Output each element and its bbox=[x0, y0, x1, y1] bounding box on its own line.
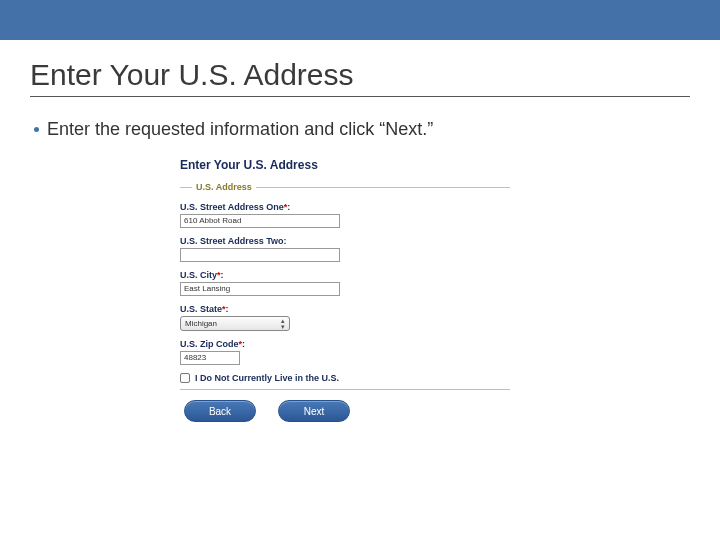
slide-title: Enter Your U.S. Address bbox=[30, 58, 690, 97]
field-address-two: U.S. Street Address Two: bbox=[180, 236, 510, 262]
button-row: Back Next bbox=[180, 400, 510, 422]
city-label: U.S. City*: bbox=[180, 270, 510, 280]
bullet-item: Enter the requested information and clic… bbox=[30, 119, 690, 140]
section-label: U.S. Address bbox=[192, 182, 256, 192]
address-two-label: U.S. Street Address Two: bbox=[180, 236, 510, 246]
select-arrows-icon: ▴▾ bbox=[281, 318, 285, 330]
form-screenshot: Enter Your U.S. Address U.S. Address U.S… bbox=[180, 158, 510, 422]
next-button[interactable]: Next bbox=[278, 400, 350, 422]
bullet-icon bbox=[34, 127, 39, 132]
city-input[interactable]: East Lansing bbox=[180, 282, 340, 296]
field-address-one: U.S. Street Address One*: 610 Abbot Road bbox=[180, 202, 510, 228]
field-zip: U.S. Zip Code*: 48823 bbox=[180, 339, 510, 365]
bullet-text: Enter the requested information and clic… bbox=[47, 119, 433, 140]
back-button[interactable]: Back bbox=[184, 400, 256, 422]
state-label: U.S. State*: bbox=[180, 304, 510, 314]
zip-input[interactable]: 48823 bbox=[180, 351, 240, 365]
form-heading: Enter Your U.S. Address bbox=[180, 158, 510, 172]
address-one-input[interactable]: 610 Abbot Road bbox=[180, 214, 340, 228]
zip-label: U.S. Zip Code*: bbox=[180, 339, 510, 349]
section-divider: U.S. Address bbox=[180, 182, 510, 192]
field-state: U.S. State*: Michigan ▴▾ bbox=[180, 304, 510, 331]
no-us-checkbox[interactable] bbox=[180, 373, 190, 383]
address-one-label: U.S. Street Address One*: bbox=[180, 202, 510, 212]
state-select[interactable]: Michigan ▴▾ bbox=[180, 316, 290, 331]
no-us-row: I Do Not Currently Live in the U.S. bbox=[180, 373, 510, 383]
bottom-divider bbox=[180, 389, 510, 390]
header-bar bbox=[0, 0, 720, 40]
address-two-input[interactable] bbox=[180, 248, 340, 262]
slide-body: Enter Your U.S. Address Enter the reques… bbox=[0, 40, 720, 422]
no-us-label: I Do Not Currently Live in the U.S. bbox=[195, 373, 339, 383]
field-city: U.S. City*: East Lansing bbox=[180, 270, 510, 296]
state-select-value: Michigan bbox=[185, 319, 217, 328]
